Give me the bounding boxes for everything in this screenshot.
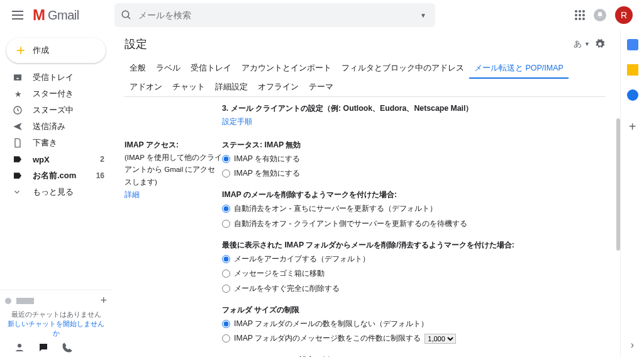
- hangouts-phone-icon[interactable]: [62, 342, 73, 353]
- sidebar-item-2[interactable]: スヌーズ中: [0, 102, 112, 118]
- lf-delete-radio[interactable]: [222, 285, 230, 293]
- settings-tabs: 全般ラベル受信トレイアカウントとインポートフィルタとブロック中のアドレスメール転…: [125, 55, 605, 97]
- sidebar-item-7[interactable]: もっと見る: [0, 184, 112, 200]
- lastfolder-header: 最後に表示された IMAP フォルダからメールを削除/消去するようマークを付けた…: [222, 239, 605, 252]
- sidebar-item-0[interactable]: 受信トレイ: [0, 69, 112, 86]
- mail-client2-header: メール クライアントの設定（例: Outlook、Thunderbird、iPh…: [222, 354, 605, 357]
- folder-size-header: フォルダ サイズの制限: [222, 303, 605, 317]
- chat-panel: + 最近のチャットはありません 新しいチャットを開始しませんか: [0, 290, 112, 357]
- collapse-panel-icon[interactable]: ›: [631, 339, 634, 351]
- expunge-header: IMAP のメールを削除するようマークを付けた場合:: [222, 188, 605, 201]
- imap-detail-link[interactable]: 詳細: [125, 188, 222, 201]
- imap-disable-label: IMAP を無効にする: [234, 166, 300, 181]
- settings-gear-icon[interactable]: [595, 39, 605, 49]
- search-input[interactable]: [138, 10, 418, 20]
- draft-icon: [13, 138, 24, 148]
- main-menu-button[interactable]: [5, 3, 30, 28]
- folder-limit-select[interactable]: 1,000: [425, 334, 456, 344]
- tab-1[interactable]: ラベル: [151, 59, 186, 78]
- addons-plus-icon[interactable]: +: [629, 120, 636, 134]
- chat-status-dot: [5, 298, 11, 304]
- chat-empty-text: 最近のチャットはありません: [5, 310, 107, 319]
- gmail-text: Gmail: [48, 8, 79, 23]
- side-panel: + ›: [620, 30, 644, 357]
- folder-unlimit-label: IMAP フォルダのメールの数を制限しない（デフォルト）: [234, 317, 428, 331]
- input-method-dropdown[interactable]: ▼: [584, 41, 590, 47]
- imap-access-sub: (IMAP を使用して他のクライアントから Gmail にアクセスします): [125, 152, 222, 189]
- gmail-m-icon: M: [33, 6, 45, 24]
- search-bar[interactable]: ▼: [114, 3, 435, 27]
- autoexpunge-off-label: 自動消去をオフ - クライアント側でサーバーを更新するのを待機する: [234, 217, 467, 231]
- account-avatar[interactable]: R: [615, 6, 633, 24]
- input-method-button[interactable]: あ: [574, 38, 582, 50]
- tab-8[interactable]: 詳細設定: [210, 78, 253, 96]
- notifications-icon[interactable]: [594, 9, 606, 21]
- compose-button[interactable]: + 作成: [6, 38, 106, 63]
- folder-limit-label: IMAP フォルダ内のメッセージ数をこの件数に制限する: [234, 331, 421, 346]
- config-instructions-link[interactable]: 設定手順: [222, 115, 605, 128]
- tab-10[interactable]: テーマ: [304, 78, 338, 96]
- imap-enable-label: IMAP を有効にする: [234, 152, 300, 166]
- new-chat-button[interactable]: +: [100, 294, 107, 307]
- tab-4[interactable]: フィルタとブロック中のアドレス: [336, 59, 469, 78]
- more-icon: [13, 188, 24, 196]
- inbox-icon: [13, 72, 24, 82]
- lf-delete-label: メールを今すぐ完全に削除する: [234, 281, 340, 296]
- imap-status: ステータス: IMAP 無効: [222, 139, 605, 152]
- autoexpunge-off-radio[interactable]: [222, 220, 230, 228]
- apps-icon[interactable]: [575, 10, 585, 20]
- lf-archive-label: メールをアーカイブする（デフォルト）: [234, 252, 370, 266]
- tab-0[interactable]: 全般: [125, 59, 151, 78]
- compose-label: 作成: [33, 45, 49, 56]
- main-content: 設定 あ ▼ 全般ラベル受信トレイアカウントとインポートフィルタとブロック中のア…: [112, 30, 620, 357]
- scrollbar-thumb[interactable]: [616, 118, 620, 251]
- tab-9[interactable]: オフライン: [253, 78, 304, 96]
- keep-icon[interactable]: [627, 64, 638, 76]
- sidebar-item-6[interactable]: お名前.com16: [0, 167, 112, 184]
- gmail-logo[interactable]: M Gmail: [33, 6, 96, 24]
- tab-5[interactable]: メール転送と POP/IMAP: [469, 59, 569, 79]
- lf-trash-label: メッセージをゴミ箱に移動: [234, 266, 325, 281]
- folder-limit-radio[interactable]: [222, 334, 230, 343]
- sidebar-item-3[interactable]: 送信済み: [0, 118, 112, 135]
- sidebar-item-5[interactable]: wpX2: [0, 151, 112, 167]
- search-icon: [121, 9, 132, 21]
- imap-disable-radio[interactable]: [222, 169, 230, 178]
- tab-6[interactable]: アドオン: [125, 78, 167, 96]
- autoexpunge-on-label: 自動消去をオン - 直ちにサーバーを更新する（デフォルト）: [234, 201, 437, 216]
- sidebar-item-1[interactable]: ★スター付き: [0, 86, 112, 102]
- start-chat-link[interactable]: 新しいチャットを開始しませんか: [5, 319, 107, 338]
- tasks-icon[interactable]: [627, 89, 638, 101]
- search-options-dropdown[interactable]: ▼: [418, 9, 429, 21]
- svg-point-3: [18, 344, 21, 348]
- label-icon: [13, 154, 24, 164]
- lf-archive-radio[interactable]: [222, 255, 230, 263]
- label-icon: [13, 171, 24, 181]
- clock-icon: [13, 105, 24, 115]
- plus-icon: +: [16, 43, 25, 58]
- tab-2[interactable]: 受信トレイ: [186, 59, 236, 78]
- mail-client-header: 3. メール クライアントの設定（例: Outlook、Eudora、Netsc…: [222, 102, 605, 115]
- page-title: 設定: [125, 37, 147, 52]
- calendar-icon[interactable]: [627, 39, 638, 50]
- svg-line-1: [128, 16, 130, 19]
- tab-3[interactable]: アカウントとインポート: [236, 59, 336, 78]
- send-icon: [13, 122, 24, 132]
- sidebar-item-4[interactable]: 下書き: [0, 135, 112, 151]
- hangouts-contact-icon[interactable]: [14, 342, 25, 353]
- lf-trash-radio[interactable]: [222, 269, 230, 278]
- svg-point-0: [122, 11, 129, 18]
- autoexpunge-on-radio[interactable]: [222, 205, 230, 213]
- hangouts-chat-icon[interactable]: [38, 342, 49, 353]
- imap-enable-radio[interactable]: [222, 155, 230, 163]
- sidebar: + 作成 受信トレイ★スター付きスヌーズ中送信済み下書きwpX2お名前.com1…: [0, 30, 112, 357]
- folder-unlimit-radio[interactable]: [222, 320, 230, 328]
- imap-access-label: IMAP アクセス:: [125, 139, 222, 152]
- tab-7[interactable]: チャット: [167, 78, 210, 96]
- chat-name-placeholder: [16, 298, 34, 304]
- star-icon: ★: [13, 89, 24, 99]
